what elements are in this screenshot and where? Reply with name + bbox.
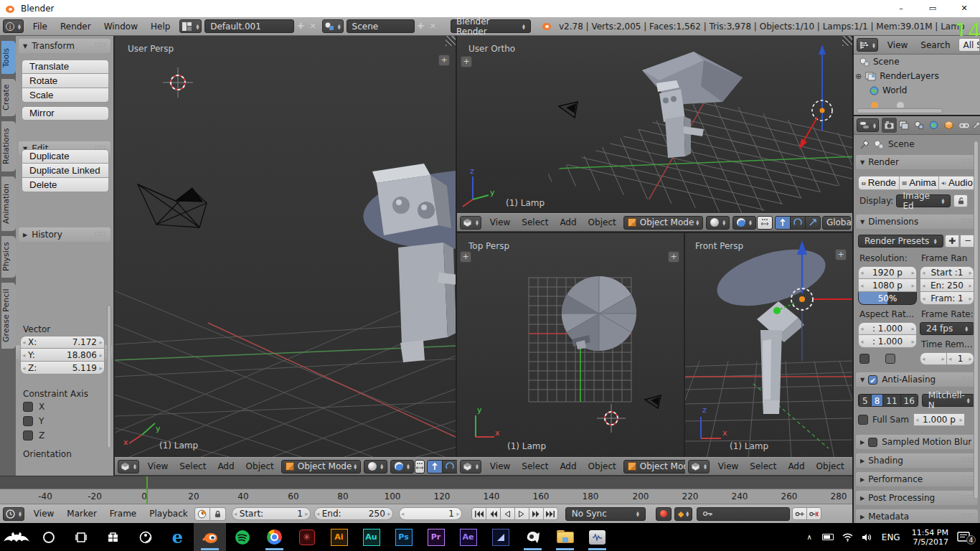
snap-toggle[interactable]: [415, 460, 425, 474]
vector-z-field[interactable]: Z:5.119: [20, 362, 105, 375]
layout-add-icon[interactable]: ✚: [294, 22, 306, 31]
recorder-button[interactable]: [129, 523, 161, 551]
blender-taskbar-button[interactable]: [194, 523, 226, 551]
pin-icon[interactable]: [859, 139, 870, 149]
tab-world[interactable]: [926, 118, 941, 133]
play-audio-button[interactable]: Audio: [939, 176, 976, 190]
time-remap-new-field[interactable]: 1: [947, 352, 974, 365]
corner-resize-handle[interactable]: [842, 36, 852, 46]
tab-grease-pencil[interactable]: Grease Pencil: [1, 283, 16, 349]
menu-view[interactable]: View: [142, 458, 174, 475]
tab-physics[interactable]: Physics: [1, 236, 16, 278]
full-sample-checkbox[interactable]: [858, 415, 868, 425]
photoshop-button[interactable]: Ps: [387, 523, 420, 551]
rotate-button[interactable]: Rotate: [22, 74, 109, 88]
aftereffects-button[interactable]: Ae: [452, 523, 484, 551]
manipulator-translate-button[interactable]: [427, 460, 443, 474]
top-viewport-plus-tab[interactable]: [460, 251, 471, 263]
insert-keyframe-button[interactable]: [792, 507, 807, 520]
constraint-y-checkbox[interactable]: [23, 416, 33, 426]
metadata-panel-header[interactable]: Metadata: [856, 509, 978, 523]
spotify-button[interactable]: [226, 523, 258, 551]
menu-file[interactable]: File: [27, 18, 54, 35]
outliner-menu-search[interactable]: Search: [914, 37, 956, 54]
delete-keyframe-button[interactable]: [806, 507, 821, 520]
crop-checkbox[interactable]: [885, 354, 895, 364]
jump-to-start-button[interactable]: [471, 507, 486, 520]
duplicate-button[interactable]: Duplicate: [22, 149, 109, 164]
mode-select[interactable]: Object Mode: [281, 460, 361, 474]
resolution-y-field[interactable]: 1080 p: [858, 279, 917, 292]
menu-render[interactable]: Render: [54, 18, 98, 35]
scale-button[interactable]: Scale: [22, 88, 109, 103]
outliner-scrollbar[interactable]: [857, 108, 943, 113]
viewport-editor-type-button[interactable]: [118, 460, 139, 474]
tab-relations[interactable]: Relations: [1, 121, 16, 171]
play-button[interactable]: [514, 507, 529, 520]
constraint-z-checkbox[interactable]: [23, 430, 33, 441]
volume-icon[interactable]: [857, 533, 876, 542]
panel-history-header[interactable]: History: [19, 227, 110, 242]
play-realtime-toggle[interactable]: [194, 507, 210, 521]
render-panel-header[interactable]: Render: [856, 155, 978, 169]
viewport-shading-select[interactable]: [364, 460, 387, 474]
delete-button[interactable]: Delete: [22, 178, 109, 192]
vector-y-field[interactable]: Y:18.806: [20, 349, 105, 362]
menu-view[interactable]: View: [712, 458, 744, 475]
preset-add-button[interactable]: ✚: [945, 235, 960, 248]
action-center-button[interactable]: 4: [954, 532, 980, 543]
keying-mode-select[interactable]: ◆: [674, 507, 692, 521]
render-engine-select[interactable]: Blender Render: [451, 19, 531, 33]
utility-app-button[interactable]: ✳: [291, 523, 323, 551]
filter-size-field[interactable]: 1.000 p: [913, 413, 965, 426]
lock-frame-button[interactable]: [210, 507, 226, 521]
display-select[interactable]: Image Ed: [896, 194, 951, 207]
main-viewport[interactable]: User Persp (1) Lamp y x: [115, 36, 457, 457]
menu-add[interactable]: Add: [782, 458, 810, 475]
aa-samples-group[interactable]: 581116: [858, 394, 918, 407]
menu-window[interactable]: Window: [98, 18, 144, 35]
sync-mode-select[interactable]: No Sync: [565, 507, 646, 521]
tab-constraints[interactable]: [956, 118, 971, 133]
ortho-viewport[interactable]: User Ortho (1) Lamp z y: [457, 36, 852, 213]
scene-delete-icon[interactable]: ✕: [427, 22, 439, 31]
expand-icon[interactable]: ⊕: [855, 72, 862, 81]
info-editor-type-button[interactable]: [3, 19, 24, 33]
menu-add[interactable]: Add: [554, 214, 582, 231]
screen-layout-name[interactable]: Default.001: [204, 19, 294, 33]
manipulator-translate-button[interactable]: [775, 216, 791, 230]
layout-delete-icon[interactable]: ✕: [306, 22, 319, 31]
outliner-editor-type-button[interactable]: [857, 38, 878, 52]
cortana-button[interactable]: [32, 523, 65, 551]
tab-modifiers[interactable]: [971, 118, 980, 133]
timeline-ruler[interactable]: -40 -20 0 20 40 60 80 100 120 140 160 18…: [0, 489, 852, 504]
illustrator-button[interactable]: Ai: [323, 523, 355, 551]
tab-animation[interactable]: Animation: [1, 176, 16, 231]
playhead-marker[interactable]: [146, 489, 148, 504]
duplicate-linked-button[interactable]: Duplicate Linked: [22, 164, 109, 178]
frame-step-field[interactable]: Fram: 1: [920, 292, 974, 305]
aa-samples-8[interactable]: 8: [871, 395, 883, 406]
corner-resize-handle[interactable]: [446, 36, 456, 46]
pivot-select[interactable]: [390, 460, 414, 474]
menu-view[interactable]: View: [484, 214, 516, 231]
menu-select[interactable]: Select: [516, 214, 554, 231]
sampled-motion-blur-header[interactable]: Sampled Motion Blur: [856, 435, 978, 449]
announcer-app-button[interactable]: [517, 523, 549, 551]
outliner-menu-view[interactable]: View: [881, 37, 914, 54]
dimensions-panel-header[interactable]: Dimensions: [856, 215, 978, 229]
end-frame-field[interactable]: End:250: [314, 507, 393, 520]
snap-toggle[interactable]: [757, 216, 773, 230]
transform-orientation-select[interactable]: Global: [822, 216, 851, 230]
mode-select[interactable]: Object Mode: [623, 216, 703, 230]
antialiasing-panel-header[interactable]: Anti-Aliasing: [856, 372, 978, 387]
timeline-menu-playback[interactable]: Playback: [143, 505, 194, 522]
motion-blur-checkbox[interactable]: [868, 438, 877, 447]
outliner-item-scene[interactable]: Scene: [854, 55, 980, 69]
close-button[interactable]: ✕: [948, 0, 980, 17]
timeline-menu-frame[interactable]: Frame: [103, 505, 143, 522]
timeline-editor-type-button[interactable]: [3, 507, 24, 521]
menu-add[interactable]: Add: [212, 458, 240, 475]
frame-start-field[interactable]: Start :1: [920, 266, 974, 279]
scene-add-icon[interactable]: ✚: [415, 22, 427, 31]
